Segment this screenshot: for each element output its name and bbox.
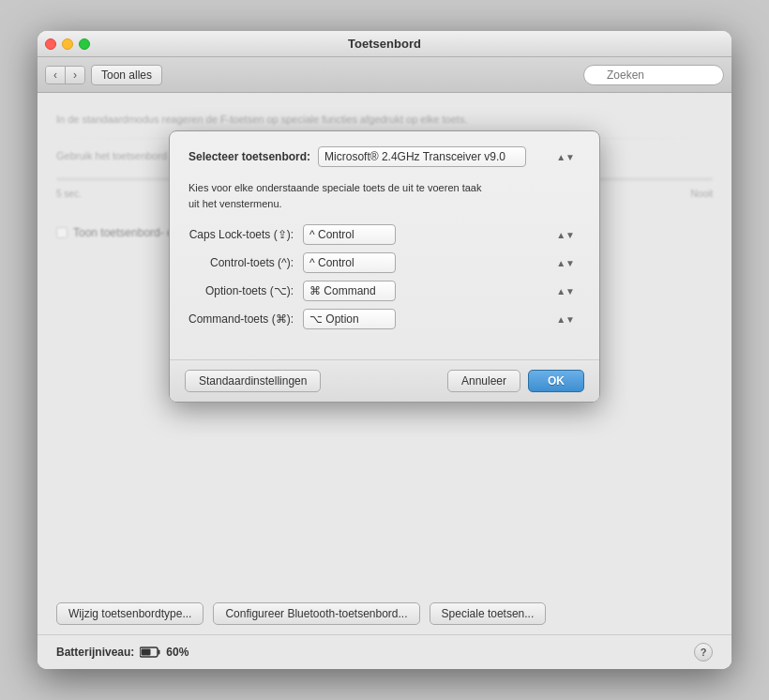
dialog-description: Kies voor elke onderstaande speciale toe… <box>188 180 581 211</box>
control-select[interactable]: ^ Control ⌥ Option ⌘ Command Geen actie <box>303 252 396 273</box>
command-select[interactable]: ⌥ Option ^ Control ⌘ Command Geen actie <box>303 309 396 329</box>
command-select-wrap: ⌥ Option ^ Control ⌘ Command Geen actie … <box>303 309 581 329</box>
search-input[interactable] <box>583 65 724 85</box>
nav-group: ‹ › <box>45 66 85 84</box>
window-title: Toetsenbord <box>348 37 421 51</box>
back-button[interactable]: ‹ <box>46 67 66 84</box>
forward-button[interactable]: › <box>66 67 84 84</box>
defaults-button[interactable]: Standaardinstellingen <box>185 370 321 392</box>
main-window: Toetsenbord ‹ › Toon alles 🔍 In de stand… <box>38 31 731 669</box>
control-select-wrap: ^ Control ⌥ Option ⌘ Command Geen actie … <box>303 252 581 273</box>
maximize-button[interactable] <box>79 38 90 50</box>
content-area: In de standaardmodus reageren de F-toets… <box>38 93 731 593</box>
caps-lock-select-wrap: ^ Control ⌥ Option ⌘ Command Geen actie … <box>303 224 581 245</box>
caps-lock-arrow-icon: ▲▼ <box>556 230 575 240</box>
show-keyboard-checkbox[interactable] <box>56 227 68 238</box>
svg-rect-1 <box>158 650 160 655</box>
help-button[interactable]: ? <box>694 643 713 662</box>
option-label: Option-toets (⌥): <box>188 284 294 297</box>
special-keys-button[interactable]: Speciale toetsen... <box>430 602 547 625</box>
ok-button[interactable]: OK <box>528 370 584 392</box>
battery-label: Batterijniveau: <box>56 646 134 659</box>
search-wrap: 🔍 <box>583 65 724 85</box>
option-arrow-icon: ▲▼ <box>556 286 575 297</box>
traffic-lights <box>45 38 90 50</box>
option-select[interactable]: ⌘ Command ^ Control ⌥ Option Geen actie <box>303 281 396 301</box>
modifier-keys-dialog: Selecteer toetsenbord: Microsoft® 2.4GHz… <box>169 130 600 403</box>
btn-right-group: Annuleer OK <box>447 370 584 392</box>
dialog-content-area: Selecteer toetsenbord: Microsoft® 2.4GHz… <box>170 131 599 359</box>
option-select-wrap: ⌘ Command ^ Control ⌥ Option Geen actie … <box>303 281 581 301</box>
battery-icon <box>140 647 160 658</box>
slider-label-6: Nooit <box>691 189 713 199</box>
control-label: Control-toets (^): <box>188 256 294 269</box>
bottom-buttons-row: Wijzig toetsenbordtype... Configureer Bl… <box>38 593 731 634</box>
keyboard-type-button[interactable]: Wijzig toetsenbordtype... <box>56 602 204 625</box>
caps-lock-select[interactable]: ^ Control ⌥ Option ⌘ Command Geen actie <box>303 224 396 245</box>
battery-info: Batterijniveau: 60% <box>56 646 188 659</box>
dialog-overlay: Selecteer toetsenbord: Microsoft® 2.4GHz… <box>169 130 600 403</box>
keyboard-select-label: Selecteer toetsenbord: <box>188 150 310 163</box>
minimize-button[interactable] <box>62 38 73 50</box>
dialog-buttons: Standaardinstellingen Annuleer OK <box>170 359 599 402</box>
keyboard-select-row: Selecteer toetsenbord: Microsoft® 2.4GHz… <box>188 146 581 167</box>
command-arrow-icon: ▲▼ <box>556 314 575 325</box>
slider-label-1: 5 sec. <box>56 189 82 199</box>
modifier-keys-grid: Caps Lock-toets (⇪): ^ Control ⌥ Option … <box>188 224 581 329</box>
command-label: Command-toets (⌘): <box>188 312 294 326</box>
caps-lock-label: Caps Lock-toets (⇪): <box>188 228 294 241</box>
keyboard-select-wrap: Microsoft® 2.4GHz Transceiver v9.0 ▲▼ <box>318 146 581 167</box>
keyboard-select[interactable]: Microsoft® 2.4GHz Transceiver v9.0 <box>318 146 526 167</box>
titlebar: Toetsenbord <box>38 31 731 57</box>
close-button[interactable] <box>45 38 56 50</box>
control-arrow-icon: ▲▼ <box>556 258 575 268</box>
cancel-button[interactable]: Annuleer <box>447 370 520 392</box>
bluetooth-keyboard-button[interactable]: Configureer Bluetooth-toetsenbord... <box>213 602 419 625</box>
toolbar: ‹ › Toon alles 🔍 <box>38 57 731 93</box>
show-all-button[interactable]: Toon alles <box>91 65 162 85</box>
svg-rect-2 <box>142 649 151 656</box>
battery-percentage: 60% <box>166 646 188 659</box>
blurred-text-1: In de standaardmodus reageren de F-toets… <box>56 112 713 129</box>
bottom-bar: Batterijniveau: 60% ? <box>38 634 731 669</box>
select-arrow-icon: ▲▼ <box>556 152 575 162</box>
